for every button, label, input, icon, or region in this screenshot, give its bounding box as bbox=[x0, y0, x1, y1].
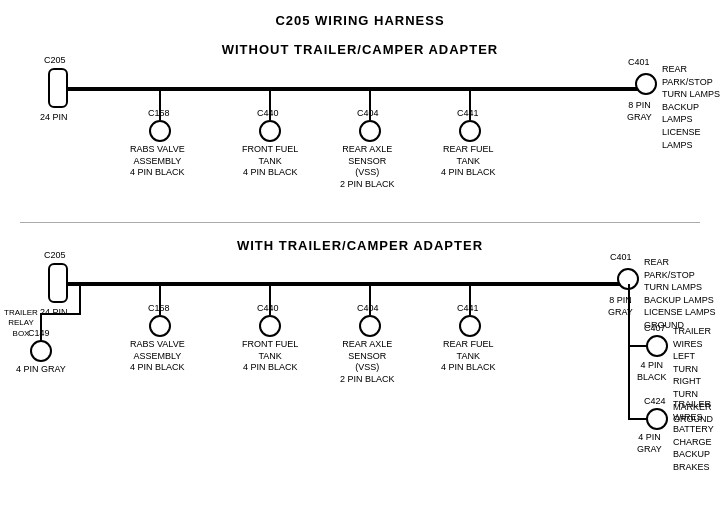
section2-c401-desc: REAR PARK/STOPTURN LAMPSBACKUP LAMPSLICE… bbox=[644, 256, 720, 332]
section1-c401-connector bbox=[635, 73, 657, 95]
section2-c440-label: C440 bbox=[257, 303, 279, 315]
section2-c441-label: C441 bbox=[457, 303, 479, 315]
section1-c440-connector bbox=[259, 120, 281, 142]
page-title: C205 WIRING HARNESS bbox=[0, 5, 720, 28]
section1-c205-label: C205 bbox=[44, 55, 66, 67]
section2-c424-pin: 4 PINGRAY bbox=[637, 432, 662, 455]
section1-c158-connector bbox=[149, 120, 171, 142]
section2-relay-vline bbox=[79, 285, 81, 315]
section2-c149-connector bbox=[30, 340, 52, 362]
section2-c404-label: C404 bbox=[357, 303, 379, 315]
section1-c404-connector bbox=[359, 120, 381, 142]
section2-right-vline bbox=[628, 284, 630, 419]
section2-c441-desc: REAR FUELTANK4 PIN BLACK bbox=[441, 339, 496, 374]
section1-label: WITHOUT TRAILER/CAMPER ADAPTER bbox=[120, 42, 600, 57]
section2-c404-connector bbox=[359, 315, 381, 337]
section2-c158-desc: RABS VALVEASSEMBLY4 PIN BLACK bbox=[130, 339, 185, 374]
section1-c401-pin: 8 PINGRAY bbox=[627, 100, 652, 123]
section2-c407-label: C407 bbox=[644, 323, 666, 335]
section1-c205-connector bbox=[48, 68, 68, 108]
section1-c158-desc: RABS VALVEASSEMBLY4 PIN BLACK bbox=[130, 144, 185, 179]
section2-c205-label: C205 bbox=[44, 250, 66, 262]
section1-c441-label: C441 bbox=[457, 108, 479, 120]
section2-c424-desc: TRAILER WIRESBATTERY CHARGEBACKUPBRAKES bbox=[673, 398, 720, 474]
section2-c404-desc: REAR AXLESENSOR(VSS)2 PIN BLACK bbox=[340, 339, 395, 386]
section2-label: WITH TRAILER/CAMPER ADAPTER bbox=[120, 238, 600, 253]
section2-c424-connector bbox=[646, 408, 668, 430]
section2-c407-pin: 4 PINBLACK bbox=[637, 360, 667, 383]
section1-c404-desc: REAR AXLESENSOR(VSS)2 PIN BLACK bbox=[340, 144, 395, 191]
section1-c440-desc: FRONT FUELTANK4 PIN BLACK bbox=[242, 144, 298, 179]
section2-c158-label: C158 bbox=[148, 303, 170, 315]
section2-c158-connector bbox=[149, 315, 171, 337]
section1-c401-label: C401 bbox=[628, 57, 650, 69]
section2-c149-label: C149 bbox=[28, 328, 50, 340]
section2-c440-desc: FRONT FUELTANK4 PIN BLACK bbox=[242, 339, 298, 374]
section2-c407-connector bbox=[646, 335, 668, 357]
section2-c424-label: C424 bbox=[644, 396, 666, 408]
section1-c440-label: C440 bbox=[257, 108, 279, 120]
section1-c441-connector bbox=[459, 120, 481, 142]
section-divider bbox=[20, 222, 700, 223]
section2-mainline bbox=[60, 282, 630, 286]
section1-c401-desc: REAR PARK/STOPTURN LAMPSBACKUP LAMPSLICE… bbox=[662, 63, 720, 151]
section2-c205-connector bbox=[48, 263, 68, 303]
section2-c441-connector bbox=[459, 315, 481, 337]
section2-c440-connector bbox=[259, 315, 281, 337]
section2-c407-hline bbox=[628, 345, 648, 347]
section2-c149-desc: 4 PIN GRAY bbox=[16, 364, 66, 376]
section1-c158-label: C158 bbox=[148, 108, 170, 120]
section2-c424-hline bbox=[628, 418, 648, 420]
section2-relay-hline bbox=[40, 313, 81, 315]
section1-c441-desc: REAR FUELTANK4 PIN BLACK bbox=[441, 144, 496, 179]
section1-mainline bbox=[60, 87, 650, 91]
section1-c404-label: C404 bbox=[357, 108, 379, 120]
section1-c205-pin: 24 PIN bbox=[40, 112, 68, 124]
section2-c401-label: C401 bbox=[610, 252, 632, 264]
diagram-container: C205 WIRING HARNESS WITHOUT TRAILER/CAMP… bbox=[0, 0, 720, 500]
